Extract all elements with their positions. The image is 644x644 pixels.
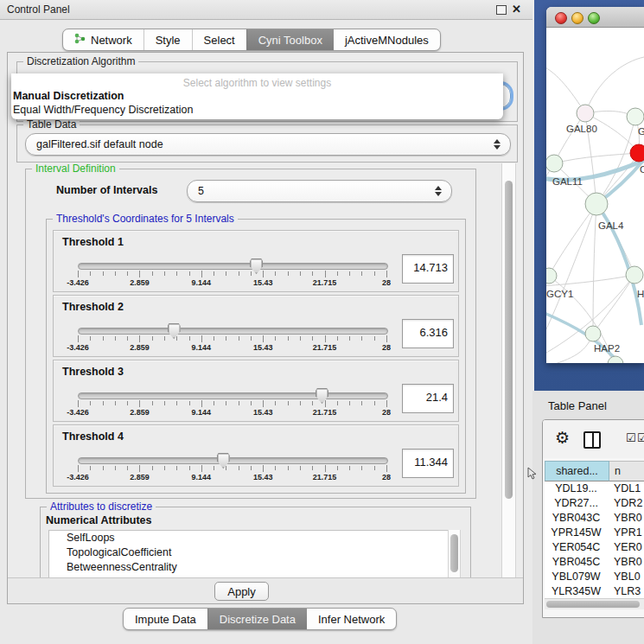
tick-mark xyxy=(275,466,276,470)
scrollbar-thumb[interactable] xyxy=(505,181,513,499)
cell-shared-name[interactable]: YLR345W xyxy=(545,584,608,599)
checkbox-icon[interactable]: ☑ xyxy=(626,431,636,444)
tab-style[interactable]: Style xyxy=(143,29,192,50)
apply-button[interactable]: Apply xyxy=(214,582,269,601)
table-rows[interactable]: YDL19...YDL1YDR27...YDR2YBR043CYBR0YPR14… xyxy=(545,481,644,600)
tab-infer-network[interactable]: Infer Network xyxy=(307,609,396,629)
combo-arrows-icon xyxy=(494,139,501,150)
float-window-icon[interactable] xyxy=(496,5,507,15)
cell-shared-name[interactable]: YBL079W xyxy=(545,570,608,584)
threshold-4-value-field[interactable]: 11.344 xyxy=(402,449,454,478)
tick-label: 21.715 xyxy=(313,473,337,481)
attributes-list-scrollbar[interactable] xyxy=(448,530,461,578)
tick-mark xyxy=(361,401,362,405)
tick-mark xyxy=(251,401,252,405)
tab-discretize-data[interactable]: Discretize Data xyxy=(207,609,307,629)
network-edge[interactable] xyxy=(554,153,639,163)
cell-name[interactable]: YDL1 xyxy=(608,481,644,496)
table-row[interactable]: YDL19...YDL1 xyxy=(545,481,644,496)
network-edge[interactable] xyxy=(546,66,585,113)
network-edge[interactable] xyxy=(585,57,644,113)
threshold-2-value-field[interactable]: 6.316 xyxy=(402,319,454,348)
cell-name[interactable]: YBL0 xyxy=(608,570,644,584)
threshold-2-slider[interactable] xyxy=(78,328,388,335)
control-panel-window: Control Panel ✕ Network S xyxy=(0,0,532,644)
scrollbar-thumb[interactable] xyxy=(546,601,640,608)
mouse-cursor xyxy=(527,467,537,484)
gear-icon[interactable]: ⚙ xyxy=(555,430,570,446)
cell-shared-name[interactable]: YPR145W xyxy=(545,526,608,540)
tab-cyni-toolbox[interactable]: Cyni Toolbox xyxy=(246,29,334,50)
minimize-window-button[interactable] xyxy=(571,12,583,24)
table-row[interactable]: YLR345WYLR3 xyxy=(545,584,644,599)
threshold-1-slider[interactable] xyxy=(78,263,388,270)
cell-shared-name[interactable]: YBR045C xyxy=(545,555,608,570)
cell-name[interactable]: YDR2 xyxy=(608,496,644,511)
table-horizontal-scrollbar[interactable] xyxy=(545,598,644,609)
number-of-intervals-combobox[interactable]: 5 xyxy=(187,180,452,202)
cell-name[interactable]: YPR1 xyxy=(608,526,644,540)
network-window-titlebar[interactable] xyxy=(546,7,644,28)
table-row[interactable]: YBR045CYBR0 xyxy=(545,555,644,570)
table-row[interactable]: YER054CYER0 xyxy=(545,540,644,555)
tick-mark xyxy=(349,401,350,405)
checkbox-icon[interactable]: ☑ xyxy=(637,431,644,444)
threshold-1-value-field[interactable]: 14.713 xyxy=(402,254,454,284)
table-row[interactable]: YPR145WYPR1 xyxy=(545,526,644,540)
threshold-3-slider[interactable] xyxy=(78,392,388,399)
cell-shared-name[interactable]: YDL19... xyxy=(545,481,608,496)
cell-shared-name[interactable]: YER054C xyxy=(545,540,608,555)
table-row[interactable]: YDR27...YDR2 xyxy=(545,496,644,511)
tab-select[interactable]: Select xyxy=(192,29,246,50)
panel-scrollbar[interactable] xyxy=(501,163,516,577)
cell-name[interactable]: YBR0 xyxy=(608,511,644,526)
network-canvas[interactable]: GAL80GACGAL11GAL4GCY1HHAP2 xyxy=(546,27,644,363)
threshold-4-slider[interactable] xyxy=(78,457,388,464)
tick-mark xyxy=(127,466,128,470)
tab-jactivemnodules[interactable]: jActiveMNodules xyxy=(334,29,440,50)
close-icon[interactable]: ✕ xyxy=(512,3,521,16)
threshold-label: Threshold 2 xyxy=(62,301,124,313)
tab-impute-data[interactable]: Impute Data xyxy=(124,609,207,629)
slider-tick-labels: -3.4262.8599.14415.4321.71528 xyxy=(78,473,386,482)
network-edge[interactable] xyxy=(546,275,634,286)
column-header-shared-name[interactable]: shared... xyxy=(545,461,609,481)
tab-network[interactable]: Network xyxy=(63,29,143,50)
cell-name[interactable]: YBR0 xyxy=(608,555,644,570)
cell-name[interactable]: YLR3 xyxy=(608,584,644,599)
popup-option-equal-width-frequency[interactable]: Equal Width/Frequency Discretization xyxy=(13,104,497,116)
network-node[interactable] xyxy=(626,266,643,284)
network-thick-edge[interactable] xyxy=(546,312,624,363)
network-node[interactable] xyxy=(630,144,644,162)
cell-shared-name[interactable]: YDR27... xyxy=(545,496,608,511)
numerical-attributes-list[interactable]: SelfLoopsTopologicalCoefficientBetweenne… xyxy=(48,530,449,580)
network-node[interactable] xyxy=(627,108,644,125)
network-edge[interactable] xyxy=(549,204,596,276)
table-row[interactable]: YBR043CYBR0 xyxy=(545,511,644,526)
attribute-list-item[interactable]: BetweennessCentrality xyxy=(49,560,448,575)
cell-name[interactable]: YER0 xyxy=(608,540,644,555)
network-edge[interactable] xyxy=(593,204,596,334)
threshold-3-value-field[interactable]: 21.4 xyxy=(402,384,454,413)
cell-shared-name[interactable]: YBR043C xyxy=(545,511,608,526)
zoom-window-button[interactable] xyxy=(588,12,600,24)
column-header-name[interactable]: n xyxy=(609,461,644,481)
close-window-button[interactable] xyxy=(555,12,567,24)
network-node[interactable] xyxy=(577,105,594,122)
network-edge[interactable] xyxy=(546,275,634,355)
scrollbar-thumb[interactable] xyxy=(450,534,458,572)
split-columns-icon[interactable] xyxy=(583,431,601,449)
table-data-combobox[interactable]: galFiltered.sif default node xyxy=(25,133,511,156)
network-node[interactable] xyxy=(608,356,623,363)
attribute-list-item[interactable]: SelfLoops xyxy=(49,531,448,545)
network-node[interactable] xyxy=(585,193,608,215)
attribute-list-item[interactable]: TopologicalCoefficient xyxy=(49,545,448,560)
network-edge[interactable] xyxy=(593,275,634,334)
tick-mark xyxy=(139,335,140,342)
tick-mark xyxy=(349,336,350,341)
network-node[interactable] xyxy=(546,155,563,172)
network-node[interactable] xyxy=(585,326,601,341)
table-row[interactable]: YBL079WYBL0 xyxy=(545,570,644,584)
tick-mark xyxy=(361,466,362,470)
popup-option-manual-discretization[interactable]: Manual Discretization xyxy=(13,90,497,102)
